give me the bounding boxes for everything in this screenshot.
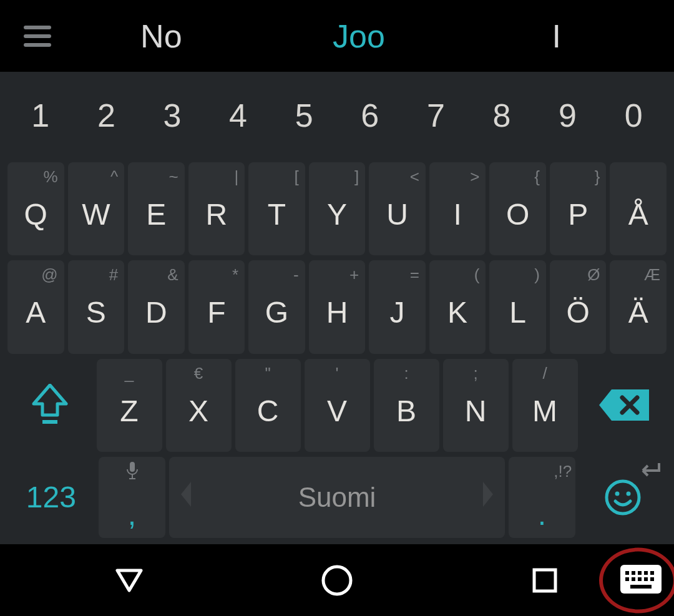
svg-rect-11 — [534, 570, 555, 591]
space-label: Suomi — [298, 482, 376, 513]
letter-row-3: _Z €X "C 'V :B ;N /M — [7, 359, 667, 452]
key-x[interactable]: €X — [166, 359, 232, 452]
key-s[interactable]: #S — [68, 260, 125, 353]
key-y[interactable]: ]Y — [309, 162, 366, 255]
key-1[interactable]: 1 — [7, 84, 74, 147]
key-label: F — [207, 295, 225, 330]
key-label: I — [453, 197, 461, 232]
key-9[interactable]: 9 — [535, 84, 601, 147]
key-w[interactable]: ^W — [68, 162, 125, 255]
space-key[interactable]: Suomi — [169, 457, 505, 538]
key-label: R — [206, 197, 228, 232]
key-3[interactable]: 3 — [139, 84, 205, 147]
secondary-label: / — [542, 364, 547, 383]
secondary-label: Ø — [587, 265, 600, 285]
key-a-umlaut[interactable]: ÆÄ — [610, 260, 667, 353]
key-8[interactable]: 8 — [469, 84, 535, 147]
key-label: Å — [628, 197, 648, 232]
secondary-label: @ — [41, 265, 57, 285]
svg-point-7 — [607, 481, 639, 514]
home-button[interactable] — [306, 564, 368, 597]
key-5[interactable]: 5 — [271, 84, 337, 147]
secondary-label: # — [109, 265, 118, 285]
key-label: Ö — [567, 295, 590, 330]
backspace-key[interactable] — [582, 359, 667, 452]
key-h[interactable]: +H — [309, 260, 366, 353]
secondary-label: : — [404, 364, 408, 383]
key-g[interactable]: -G — [248, 260, 305, 353]
key-2[interactable]: 2 — [74, 84, 140, 147]
shift-key[interactable] — [7, 359, 93, 452]
key-t[interactable]: [T — [248, 162, 305, 255]
key-o-umlaut[interactable]: ØÖ — [550, 260, 607, 353]
key-label: U — [386, 197, 408, 232]
symbols-key[interactable]: 123 — [7, 457, 95, 538]
key-i[interactable]: >I — [429, 162, 486, 255]
key-o[interactable]: {O — [489, 162, 546, 255]
key-b[interactable]: :B — [374, 359, 439, 452]
secondary-label: ^ — [110, 167, 118, 187]
key-label: C — [257, 394, 279, 428]
svg-rect-13 — [625, 571, 629, 575]
key-0[interactable]: 0 — [600, 84, 667, 147]
secondary-label: | — [234, 167, 238, 187]
secondary-label: _ — [125, 364, 134, 383]
key-j[interactable]: =J — [369, 260, 426, 353]
key-v[interactable]: 'V — [305, 359, 370, 452]
key-label: , — [128, 497, 136, 532]
key-label: T — [268, 197, 286, 232]
key-7[interactable]: 7 — [403, 84, 469, 147]
key-c[interactable]: "C — [235, 359, 301, 452]
secondary-label: " — [265, 364, 270, 383]
key-label: Y — [327, 197, 347, 232]
key-q[interactable]: %Q — [7, 162, 64, 255]
ime-switch-button[interactable] — [619, 564, 663, 597]
svg-rect-19 — [632, 577, 635, 581]
menu-icon[interactable] — [12, 26, 62, 47]
key-label: A — [26, 295, 46, 330]
key-label: V — [327, 394, 347, 428]
key-4[interactable]: 4 — [205, 84, 271, 147]
secondary-label: [ — [295, 167, 299, 187]
suggestion-2[interactable]: Joo — [260, 17, 458, 55]
key-f[interactable]: *F — [188, 260, 245, 353]
key-p[interactable]: }P — [550, 162, 607, 255]
secondary-label: % — [43, 167, 57, 187]
emoji-enter-key[interactable] — [579, 457, 667, 538]
svg-rect-22 — [650, 577, 654, 581]
recent-apps-button[interactable] — [514, 567, 576, 594]
svg-rect-15 — [638, 571, 642, 575]
key-label: W — [82, 197, 110, 232]
suggestion-1[interactable]: No — [62, 17, 260, 55]
key-6[interactable]: 6 — [337, 84, 403, 147]
key-n[interactable]: ;N — [443, 359, 509, 452]
back-icon — [115, 568, 144, 593]
suggestion-3[interactable]: I — [457, 17, 655, 55]
svg-rect-0 — [24, 26, 51, 29]
key-label: D — [145, 295, 167, 330]
key-k[interactable]: (K — [429, 260, 486, 353]
secondary-label: + — [349, 265, 359, 285]
svg-rect-6 — [129, 478, 135, 479]
key-label: G — [265, 295, 288, 330]
back-button[interactable] — [98, 568, 160, 593]
comma-key[interactable]: , — [99, 457, 166, 538]
key-a[interactable]: @A — [7, 260, 64, 353]
key-d[interactable]: &D — [128, 260, 185, 353]
recent-icon — [532, 567, 558, 594]
key-label: X — [188, 394, 208, 428]
svg-rect-14 — [632, 571, 635, 575]
secondary-label: < — [410, 167, 419, 187]
secondary-label: ] — [354, 167, 359, 187]
chevron-right-icon — [481, 482, 496, 512]
key-a-ring[interactable]: Å — [610, 162, 667, 255]
key-l[interactable]: )L — [489, 260, 546, 353]
period-key[interactable]: ,!? . — [509, 457, 576, 538]
key-r[interactable]: |R — [188, 162, 245, 255]
key-z[interactable]: _Z — [97, 359, 162, 452]
key-m[interactable]: /M — [512, 359, 578, 452]
key-e[interactable]: ~E — [128, 162, 185, 255]
key-u[interactable]: <U — [369, 162, 426, 255]
secondary-label: ,!? — [554, 462, 572, 481]
secondary-label: ; — [473, 364, 477, 383]
